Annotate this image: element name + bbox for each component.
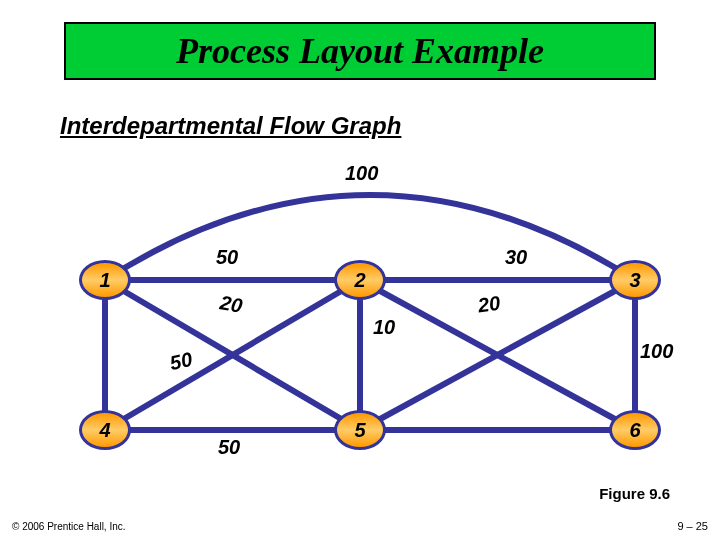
node-3-label: 3 xyxy=(629,269,640,292)
node-4: 4 xyxy=(79,410,131,450)
edge-label-1-2: 50 xyxy=(216,246,238,269)
edge-label-1-5: 20 xyxy=(218,291,244,318)
node-2-label: 2 xyxy=(354,269,365,292)
node-6-label: 6 xyxy=(629,419,640,442)
edge-label-4-5: 50 xyxy=(218,436,240,459)
edge-label-2-5: 10 xyxy=(373,316,395,339)
edge-label-2-3: 30 xyxy=(505,246,527,269)
node-3: 3 xyxy=(609,260,661,300)
node-4-label: 4 xyxy=(99,419,110,442)
node-5-label: 5 xyxy=(354,419,365,442)
node-1: 1 xyxy=(79,260,131,300)
node-1-label: 1 xyxy=(99,269,110,292)
node-5: 5 xyxy=(334,410,386,450)
edge-label-3-6: 100 xyxy=(640,340,673,363)
edge-label-1-4: 50 xyxy=(168,348,195,375)
node-2: 2 xyxy=(334,260,386,300)
node-6: 6 xyxy=(609,410,661,450)
edge-label-1-3: 100 xyxy=(345,162,378,185)
edge-label-2-6: 20 xyxy=(477,292,502,318)
